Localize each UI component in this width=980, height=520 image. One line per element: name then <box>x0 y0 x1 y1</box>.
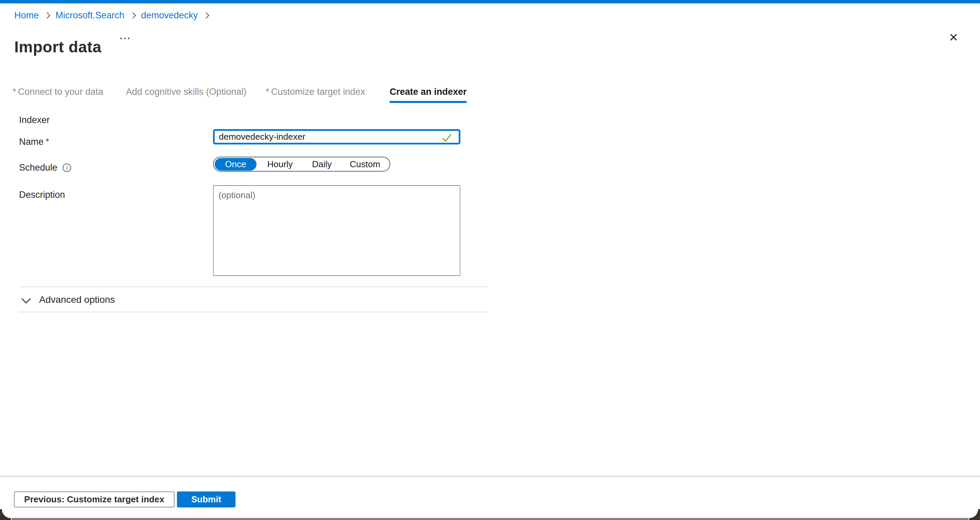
required-marker: * <box>13 87 16 97</box>
name-field-label: Name* <box>19 136 49 147</box>
schedule-option-daily[interactable]: Daily <box>304 158 340 170</box>
chevron-right-icon <box>130 12 136 18</box>
previous-step-button[interactable]: Previous: Customize target index <box>14 491 175 507</box>
indexer-section-heading: Indexer <box>19 115 50 125</box>
tab-label: Create an indexer <box>390 87 467 97</box>
page-title: Import data <box>14 38 102 56</box>
tab-label: Add cognitive skills (Optional) <box>126 87 247 97</box>
advanced-options-toggle[interactable]: Advanced options <box>24 292 115 308</box>
description-textarea[interactable] <box>213 185 460 276</box>
breadcrumb-home-link[interactable]: Home <box>14 10 39 21</box>
tab-customize-target-index[interactable]: *Customize target index <box>266 86 365 98</box>
screen-corner-left <box>0 509 11 520</box>
tab-label: Customize target index <box>271 87 365 97</box>
top-accent-bar <box>0 0 980 3</box>
info-icon[interactable]: i <box>63 163 71 172</box>
divider <box>19 287 488 287</box>
more-options-icon[interactable]: ⋯ <box>119 31 132 45</box>
breadcrumb: Home Microsoft.Search demovedecky <box>14 10 209 21</box>
active-tab-underline <box>390 101 466 103</box>
name-label-text: Name <box>19 136 43 147</box>
schedule-field-label: Schedule <box>19 162 57 173</box>
tab-add-cognitive-skills[interactable]: Add cognitive skills (Optional) <box>126 86 247 98</box>
close-icon[interactable]: ✕ <box>949 30 959 44</box>
chevron-down-icon <box>21 294 30 303</box>
advanced-options-label: Advanced options <box>39 294 115 305</box>
schedule-option-hourly[interactable]: Hourly <box>256 158 304 170</box>
screen-corner-right <box>969 509 980 520</box>
valid-check-icon <box>442 133 452 143</box>
chevron-right-icon <box>44 12 50 18</box>
breadcrumb-resource-link[interactable]: demovedecky <box>141 10 198 21</box>
schedule-segmented-control: Once Hourly Daily Custom <box>213 157 390 172</box>
required-asterisk: * <box>46 136 49 147</box>
schedule-option-custom[interactable]: Custom <box>340 158 390 170</box>
tab-create-an-indexer[interactable]: Create an indexer <box>390 86 467 98</box>
indexer-name-input[interactable] <box>213 129 460 144</box>
tab-connect-to-your-data[interactable]: *Connect to your data <box>13 86 103 98</box>
breadcrumb-service-link[interactable]: Microsoft.Search <box>56 10 124 21</box>
divider <box>19 312 488 312</box>
tab-label: Connect to your data <box>18 87 103 97</box>
submit-button[interactable]: Submit <box>177 491 235 507</box>
footer-divider <box>0 476 980 477</box>
screen-bottom-edge <box>11 518 969 520</box>
required-marker: * <box>266 87 269 97</box>
schedule-option-once[interactable]: Once <box>215 158 256 171</box>
description-field-label: Description <box>19 190 65 200</box>
chevron-right-icon <box>203 12 209 18</box>
